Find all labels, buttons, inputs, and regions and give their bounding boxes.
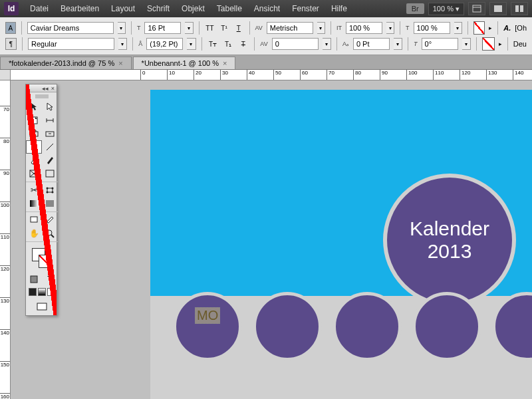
char-format-button[interactable]: A [5, 22, 16, 34]
tab-fotokalender[interactable]: *fotokalender-2013.indd @ 75 %× [0, 57, 132, 69]
font-style-input[interactable] [28, 38, 114, 50]
strikethrough-button[interactable]: T [237, 38, 249, 50]
underline-button[interactable]: T [233, 22, 244, 34]
tab-unbenannt[interactable]: *Unbenannt-1 @ 100 %× [133, 57, 236, 69]
fill-swatch[interactable] [473, 21, 485, 35]
svg-rect-0 [473, 5, 481, 12]
font-dropdown-icon[interactable]: ▾ [118, 22, 126, 34]
apply-none-button[interactable] [47, 288, 55, 296]
ruler-horizontal[interactable]: 0102030405060708090100110120130140 [11, 70, 532, 80]
svg-rect-29 [37, 303, 47, 310]
font-size-icon: T [137, 25, 141, 31]
ruler-origin[interactable] [0, 70, 11, 80]
menu-hilfe[interactable]: Hilfe [325, 4, 353, 13]
smallcaps-button[interactable]: Tᴛ [207, 38, 218, 50]
menu-layout[interactable]: Layout [105, 4, 141, 13]
app-logo[interactable]: Id [4, 2, 19, 15]
charstyle-partial: [Oh [515, 24, 527, 32]
screen-mode-icon[interactable] [489, 2, 507, 15]
skew-icon: T [414, 41, 418, 47]
skew-input[interactable] [422, 38, 458, 50]
menu-datei[interactable]: Datei [24, 4, 55, 13]
tracking-icon: AV [260, 41, 267, 47]
kerning-dropdown-icon[interactable]: ▾ [317, 22, 325, 34]
close-icon[interactable]: × [118, 59, 122, 67]
hscale-input[interactable] [414, 22, 450, 34]
title-line1: Kalender [410, 217, 489, 240]
font-size-input[interactable] [144, 22, 181, 34]
svg-rect-4 [520, 5, 523, 12]
menu-bearbeiten[interactable]: Bearbeiten [55, 4, 105, 13]
day-circle-mo[interactable]: MO [173, 292, 242, 361]
day-circles: MO [150, 292, 532, 361]
workspace: 60708090100110120130140150160 Kalender 2… [0, 80, 532, 399]
document-tabs: *fotokalender-2013.indd @ 75 %× *Unbenan… [0, 55, 532, 70]
para-format-button[interactable]: ¶ [5, 38, 17, 50]
skew-dropdown-icon[interactable]: ▾ [462, 38, 471, 50]
kerning-icon: AV [255, 25, 262, 31]
control-bar: A ▾ T ▾ TT T¹ T AV ▾ IT ▾ T ▾ ▸ A. [Oh ¶… [0, 17, 532, 55]
leading-dropdown-icon[interactable]: ▾ [187, 38, 196, 50]
close-icon[interactable]: × [223, 59, 227, 67]
svg-rect-3 [515, 5, 519, 12]
baseline-icon: Aₐ [342, 41, 349, 47]
kerning-input[interactable] [267, 22, 313, 34]
title-line2: 2013 [428, 240, 472, 263]
menu-ansicht[interactable]: Ansicht [248, 4, 286, 13]
baseline-input[interactable] [353, 38, 390, 50]
day-circle[interactable] [253, 292, 322, 361]
menu-objekt[interactable]: Objekt [176, 4, 211, 13]
tools-panel[interactable]: ◂◂ × T ✂ ✋ T [25, 84, 57, 316]
hscale-dropdown-icon[interactable]: ▾ [454, 22, 462, 34]
leading-icon: Å [138, 41, 142, 47]
view-options-icon[interactable] [468, 2, 485, 15]
subscript-button[interactable]: T₁ [222, 38, 233, 50]
menubar: Id Datei Bearbeiten Layout Schrift Objek… [0, 0, 532, 17]
day-circle[interactable] [412, 292, 481, 361]
menu-schrift[interactable]: Schrift [141, 4, 176, 13]
allcaps-button[interactable]: TT [205, 22, 215, 34]
menu-fenster[interactable]: Fenster [286, 4, 325, 13]
vscale-icon: IT [336, 25, 342, 31]
tracking-input[interactable] [272, 38, 319, 50]
zoom-level[interactable]: 100 % ▾ [428, 3, 464, 15]
ruler-vertical[interactable]: 60708090100110120130140150160 [0, 80, 11, 399]
style-dropdown-icon[interactable]: ▾ [118, 38, 127, 50]
bridge-button[interactable]: Br [406, 3, 424, 14]
view-mode-button[interactable] [32, 300, 52, 313]
svg-rect-2 [494, 5, 502, 12]
day-circle[interactable] [332, 292, 402, 361]
vscale-dropdown-icon[interactable]: ▾ [386, 22, 394, 34]
stroke-swatch[interactable] [482, 37, 495, 51]
arrange-icon[interactable] [511, 2, 528, 15]
tracking-dropdown-icon[interactable]: ▾ [323, 38, 331, 50]
day-circle[interactable] [492, 292, 532, 361]
title-circle[interactable]: Kalender 2013 [383, 174, 516, 307]
vscale-input[interactable] [346, 22, 382, 34]
document-page[interactable]: Kalender 2013 MO [150, 90, 532, 399]
font-family-input[interactable] [27, 22, 114, 34]
menu-tabelle[interactable]: Tabelle [211, 4, 248, 13]
language-partial: Deu [513, 40, 527, 48]
size-dropdown-icon[interactable]: ▾ [185, 22, 193, 34]
canvas[interactable]: Kalender 2013 MO [11, 80, 532, 399]
leading-input[interactable] [146, 38, 183, 50]
hscale-icon: T [406, 25, 410, 31]
baseline-dropdown-icon[interactable]: ▾ [394, 38, 402, 50]
day-label-editing[interactable]: MO [195, 307, 220, 324]
superscript-button[interactable]: T¹ [219, 22, 229, 34]
